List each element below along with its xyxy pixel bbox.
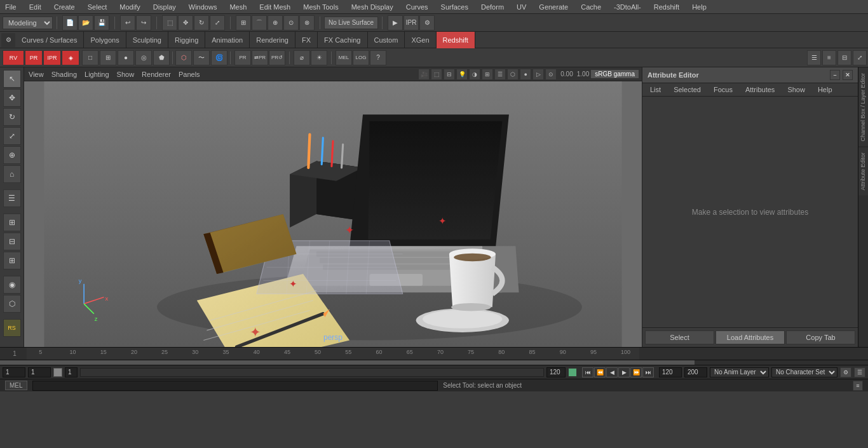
menu-help[interactable]: Help bbox=[689, 2, 709, 12]
anim-settings-icon[interactable]: ⚙ bbox=[840, 367, 851, 377]
menu-mesh-display[interactable]: Mesh Display bbox=[349, 2, 396, 12]
tab-sculpting[interactable]: Sculpting bbox=[126, 32, 168, 48]
menu-file[interactable]: File bbox=[3, 2, 19, 12]
save-file-icon[interactable]: 💾 bbox=[94, 15, 109, 31]
attr-tab-selected[interactable]: Selected bbox=[668, 85, 706, 95]
playback-speed-input[interactable] bbox=[65, 367, 78, 377]
soft-select-btn[interactable]: ⌂ bbox=[3, 165, 21, 183]
menu-mesh[interactable]: Mesh bbox=[227, 2, 249, 12]
expand-icon[interactable]: ⤢ bbox=[853, 50, 867, 65]
redshift-mat-btn[interactable]: RS bbox=[3, 319, 21, 337]
step-back-btn[interactable]: ⏪ bbox=[594, 367, 606, 377]
vp-shadow-icon[interactable]: ◑ bbox=[469, 69, 480, 80]
tab-curves-surfaces[interactable]: Curves / Surfaces bbox=[15, 32, 84, 48]
rs-mel1-icon[interactable]: MEL bbox=[336, 50, 352, 65]
select-icon[interactable]: ⬚ bbox=[162, 15, 177, 31]
range-bar[interactable] bbox=[0, 360, 868, 365]
select-tool-btn[interactable]: ↖ bbox=[3, 70, 21, 88]
new-file-icon[interactable]: 📄 bbox=[62, 15, 78, 31]
rs-pr3-icon[interactable]: PR↺ bbox=[269, 50, 285, 65]
menu-curves[interactable]: Curves bbox=[403, 2, 431, 12]
tab-rendering[interactable]: Rendering bbox=[250, 32, 295, 48]
renderer-menu[interactable]: Renderer bbox=[140, 69, 173, 79]
open-file-icon[interactable]: 📂 bbox=[78, 15, 93, 31]
tab-redshift[interactable]: Redshift bbox=[437, 32, 475, 48]
rs-log-icon[interactable]: LOG bbox=[353, 50, 369, 65]
timeline-scroll[interactable] bbox=[80, 368, 544, 377]
no-live-surface-btn[interactable]: No Live Surface bbox=[324, 17, 378, 29]
shelf-cube-icon[interactable]: ⬡ bbox=[175, 50, 192, 65]
attr-tab-show[interactable]: Show bbox=[782, 85, 810, 95]
menu-redshift[interactable]: Redshift bbox=[651, 2, 682, 12]
attr-close-btn[interactable]: ✕ bbox=[843, 70, 853, 80]
tab-custom[interactable]: Custom bbox=[368, 32, 405, 48]
menu-surfaces[interactable]: Surfaces bbox=[438, 2, 471, 12]
vp-light-icon[interactable]: 💡 bbox=[456, 69, 468, 80]
menu-display[interactable]: Display bbox=[151, 2, 179, 12]
range-end-input[interactable] bbox=[659, 367, 682, 377]
menu-modify[interactable]: Modify bbox=[117, 2, 142, 12]
isolate-btn[interactable]: ◉ bbox=[3, 276, 21, 294]
ipr-icon[interactable]: IPR bbox=[403, 15, 419, 31]
render-settings-icon[interactable]: ⚙ bbox=[419, 15, 435, 31]
viewport[interactable]: View Shading Lighting Show Renderer Pane… bbox=[24, 67, 642, 347]
script-input[interactable] bbox=[32, 381, 438, 391]
vp-hud-icon[interactable]: ⊟ bbox=[444, 69, 455, 80]
redo-icon[interactable]: ↪ bbox=[136, 15, 151, 31]
shelf-poly-icon[interactable]: ⬟ bbox=[153, 50, 170, 65]
grid2-btn[interactable]: ⊟ bbox=[3, 233, 21, 250]
rs-sun-icon[interactable]: ☀ bbox=[311, 50, 327, 65]
shading-menu[interactable]: Shading bbox=[50, 69, 79, 79]
vp-smooth-icon[interactable]: ● bbox=[520, 69, 531, 80]
frame-end-input[interactable] bbox=[546, 367, 566, 377]
shelf-ipr-icon[interactable]: IPR bbox=[43, 50, 61, 65]
shelf-grid-icon[interactable]: ⊞ bbox=[100, 50, 116, 65]
menu-edit-mesh[interactable]: Edit Mesh bbox=[257, 2, 293, 12]
menu-3dtoall[interactable]: -3DtoAll- bbox=[611, 2, 644, 12]
tab-animation[interactable]: Animation bbox=[205, 32, 250, 48]
rotate-tool-btn[interactable]: ↻ bbox=[3, 108, 21, 126]
move-tool-btn[interactable]: ✥ bbox=[3, 89, 21, 107]
symmetry-btn[interactable]: ⊞ bbox=[3, 252, 21, 269]
frame-current-input[interactable] bbox=[28, 367, 51, 377]
step-fwd-btn[interactable]: ⏩ bbox=[630, 367, 642, 377]
tab-polygons[interactable]: Polygons bbox=[84, 32, 126, 48]
vp-render1-icon[interactable]: ▷ bbox=[532, 69, 544, 80]
menu-mesh-tools[interactable]: Mesh Tools bbox=[301, 2, 341, 12]
menu-cache[interactable]: Cache bbox=[578, 2, 604, 12]
menu-deform[interactable]: Deform bbox=[478, 2, 506, 12]
char-set-dropdown[interactable]: No Character Set bbox=[771, 367, 837, 377]
mode-dropdown[interactable]: Modeling Rigging Animation bbox=[3, 17, 53, 29]
jump-end-btn[interactable]: ⏭ bbox=[642, 367, 654, 377]
play-back-btn[interactable]: ◀ bbox=[606, 367, 618, 377]
rs-pr1-icon[interactable]: PR bbox=[234, 50, 251, 65]
move-icon[interactable]: ✥ bbox=[178, 15, 193, 31]
tab-rigging[interactable]: Rigging bbox=[168, 32, 205, 48]
rs-help-icon[interactable]: ? bbox=[370, 50, 386, 65]
render-icon[interactable]: ▶ bbox=[388, 15, 403, 31]
attr-minimize-btn[interactable]: – bbox=[830, 70, 840, 80]
anim-layer-dropdown[interactable]: No Anim Layer bbox=[710, 367, 769, 377]
grid-btn[interactable]: ⊞ bbox=[3, 214, 21, 231]
timeline-ruler[interactable]: 5 10 15 20 25 30 35 40 45 50 55 60 65 70… bbox=[27, 348, 639, 360]
script-language-label[interactable]: MEL bbox=[5, 381, 27, 390]
snap-point-icon[interactable]: ⊕ bbox=[268, 15, 283, 31]
menu-generate[interactable]: Generate bbox=[536, 2, 571, 12]
play-fwd-btn[interactable]: ▶ bbox=[618, 367, 630, 377]
shelf-rv-icon[interactable]: RV bbox=[3, 50, 24, 65]
settings-icon[interactable]: ⚙ bbox=[1, 33, 15, 47]
vp-grid-icon[interactable]: ⊞ bbox=[482, 69, 493, 80]
shelf-wave-icon[interactable]: 〜 bbox=[193, 50, 210, 65]
universal-tool-btn[interactable]: ⊕ bbox=[3, 146, 21, 164]
panels-menu[interactable]: Panels bbox=[177, 69, 202, 79]
frame-start-input[interactable] bbox=[3, 367, 25, 377]
menu-windows[interactable]: Windows bbox=[186, 2, 220, 12]
vp-cam-icon[interactable]: 🎥 bbox=[418, 69, 430, 80]
attr-tab-help[interactable]: Help bbox=[813, 85, 837, 95]
shelf-icon4[interactable]: ◈ bbox=[62, 50, 79, 65]
attr-editor-icon[interactable]: ≡ bbox=[822, 50, 836, 65]
rotate-icon[interactable]: ↻ bbox=[194, 15, 209, 31]
attr-load-btn[interactable]: Load Attributes bbox=[715, 330, 785, 344]
attr-tab-list[interactable]: List bbox=[645, 85, 666, 95]
vp-film-icon[interactable]: ⬚ bbox=[431, 69, 442, 80]
